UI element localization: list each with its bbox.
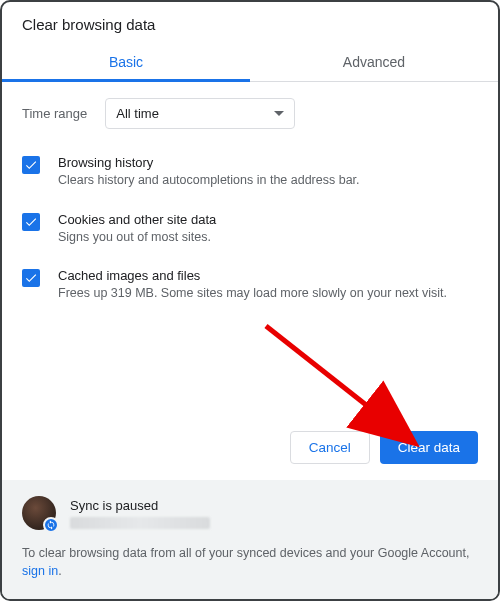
sync-text: Sync is paused xyxy=(70,496,478,530)
option-title: Browsing history xyxy=(58,155,478,170)
option-cookies: Cookies and other site data Signs you ou… xyxy=(22,212,478,247)
time-range-label: Time range xyxy=(22,106,87,121)
footer-note: To clear browsing data from all of your … xyxy=(22,544,478,582)
tab-label: Basic xyxy=(109,54,143,70)
option-text: Browsing history Clears history and auto… xyxy=(58,155,478,190)
footer-note-text: To clear browsing data from all of your … xyxy=(22,546,469,560)
option-title: Cookies and other site data xyxy=(58,212,478,227)
button-label: Cancel xyxy=(309,440,351,455)
option-desc: Clears history and autocompletions in th… xyxy=(58,172,478,190)
cancel-button[interactable]: Cancel xyxy=(290,431,370,464)
checkbox-cache[interactable] xyxy=(22,269,40,287)
checkmark-icon xyxy=(24,158,38,172)
sign-in-link[interactable]: sign in xyxy=(22,564,58,578)
time-range-select[interactable]: All time xyxy=(105,98,295,129)
checkmark-icon xyxy=(24,271,38,285)
avatar-wrap xyxy=(22,496,56,530)
checkmark-icon xyxy=(24,215,38,229)
time-range-value: All time xyxy=(116,106,159,121)
dialog-body: Time range All time Browsing history Cle… xyxy=(2,82,498,421)
tabs: Basic Advanced xyxy=(2,43,498,82)
dialog-footer: Sync is paused To clear browsing data fr… xyxy=(2,480,498,600)
sync-paused-icon xyxy=(43,517,59,533)
option-desc: Frees up 319 MB. Some sites may load mor… xyxy=(58,285,478,303)
button-label: Clear data xyxy=(398,440,460,455)
sync-email-redacted xyxy=(70,517,210,529)
option-browsing-history: Browsing history Clears history and auto… xyxy=(22,155,478,190)
time-range-row: Time range All time xyxy=(22,98,478,129)
dialog-title: Clear browsing data xyxy=(2,2,498,43)
checkbox-cookies[interactable] xyxy=(22,213,40,231)
dialog-actions: Cancel Clear data xyxy=(2,421,498,480)
option-text: Cookies and other site data Signs you ou… xyxy=(58,212,478,247)
sync-status-title: Sync is paused xyxy=(70,496,478,516)
clear-browsing-data-dialog: Clear browsing data Basic Advanced Time … xyxy=(0,0,500,601)
chevron-down-icon xyxy=(274,111,284,116)
option-desc: Signs you out of most sites. xyxy=(58,229,478,247)
tab-advanced[interactable]: Advanced xyxy=(250,43,498,81)
option-title: Cached images and files xyxy=(58,268,478,283)
footer-note-period: . xyxy=(58,564,61,578)
tab-basic[interactable]: Basic xyxy=(2,43,250,81)
option-cache: Cached images and files Frees up 319 MB.… xyxy=(22,268,478,303)
checkbox-browsing-history[interactable] xyxy=(22,156,40,174)
clear-data-button[interactable]: Clear data xyxy=(380,431,478,464)
option-text: Cached images and files Frees up 319 MB.… xyxy=(58,268,478,303)
sync-status-row[interactable]: Sync is paused xyxy=(22,496,478,530)
tab-label: Advanced xyxy=(343,54,405,70)
